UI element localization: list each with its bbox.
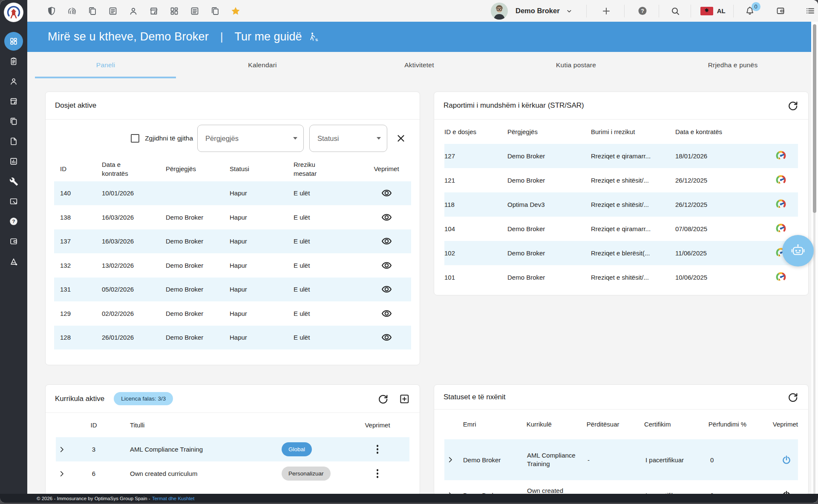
welcome-text: Mirë se u ktheve, Demo Broker (48, 30, 209, 43)
sidebar-item-reports[interactable] (4, 152, 23, 171)
tab-aktivitetet[interactable]: Aktivitetet (341, 52, 498, 78)
table-row[interactable]: 102Demo BrokerRreziqet e blerësit(...11/… (444, 241, 798, 265)
table-row[interactable]: 121Demo BrokerRreziqet e shitësit/...26/… (444, 168, 798, 192)
sidebar-item-dashboard[interactable] (4, 32, 23, 51)
table-row[interactable]: Demo Broker AML Compliance Training - I … (444, 439, 798, 480)
app-logo[interactable] (4, 3, 23, 22)
language-label[interactable]: AL (717, 7, 726, 14)
status-select[interactable]: Statusi (309, 125, 387, 152)
risk-gauge-icon[interactable] (775, 150, 787, 162)
table-row[interactable]: 118Optima Dev3Rreziqet e shitësit/...26/… (444, 192, 798, 217)
table-row[interactable]: 14010/01/2026HapurE ulët (54, 181, 411, 206)
guided-tour-link[interactable]: Tur me guidë (234, 30, 318, 43)
table-row[interactable]: 104Demo BrokerRreziqet e qiramarr...07/0… (444, 217, 798, 241)
shield-icon[interactable] (46, 6, 57, 16)
table-row[interactable]: 13105/02/2026Demo BrokerHapurE ulët (54, 278, 411, 302)
tabbar: Paneli Kalendari Aktivitetet Kutia posta… (27, 52, 811, 78)
table-row[interactable]: 12826/01/2026Demo BrokerHapurE ulët (54, 326, 411, 350)
terms-link[interactable]: Termat dhe Kushtet (152, 496, 195, 501)
user-name[interactable]: Demo Broker (516, 7, 560, 15)
refresh-icon[interactable] (377, 393, 389, 405)
sidebar-item-documents[interactable] (4, 132, 23, 151)
sidebar-item-screen[interactable] (4, 192, 23, 211)
table-row[interactable]: Demo Broker Own created curriculum - I p… (444, 480, 798, 495)
dashboard-icon[interactable] (169, 6, 179, 16)
wrench-icon (9, 177, 18, 186)
copyright-text: © 2026 - Immosurance by OptimaSys Group … (37, 496, 150, 501)
wallet-icon[interactable] (775, 6, 786, 16)
article-icon[interactable] (108, 6, 118, 16)
table-row[interactable]: 13213/02/2026Demo BrokerHapurE ulët (54, 253, 411, 278)
search-icon[interactable] (670, 6, 680, 16)
sidebar-item-wallet[interactable] (4, 232, 23, 251)
table-header: ID Data e kontratës Përgjegjës Statusi R… (54, 157, 411, 181)
clear-filters-icon[interactable] (395, 132, 407, 144)
sidebar-item-files[interactable] (4, 112, 23, 131)
sidebar-item-architecture[interactable] (4, 252, 23, 271)
table-row[interactable]: 13716/03/2026Demo BrokerHapurE ulët (54, 229, 411, 254)
responsible-select[interactable]: Përgjegjës (197, 125, 304, 152)
view-icon[interactable] (380, 332, 392, 344)
table-row[interactable]: 3 AML Compliance Training Global (56, 437, 409, 461)
table-row[interactable]: 101Demo BrokerRreziqet e shitësit/...10/… (444, 265, 798, 289)
walking-person-icon (307, 32, 318, 43)
storefront-icon[interactable] (149, 6, 159, 16)
table-row[interactable]: 6 Own created curriculum Personalizuar (56, 461, 409, 486)
sidebar-item-tools[interactable] (4, 172, 23, 191)
dashboard-icon (9, 37, 18, 46)
table-row[interactable]: 127Demo BrokerRreziqet e qiramarr...18/0… (444, 144, 798, 168)
divider (586, 5, 587, 17)
scrollbar-thumb[interactable] (813, 24, 816, 213)
tab-kalendari[interactable]: Kalendari (184, 52, 341, 78)
refresh-icon[interactable] (787, 100, 799, 112)
chatbot-button[interactable] (782, 235, 814, 266)
more-options-icon[interactable] (372, 444, 383, 455)
tab-paneli[interactable]: Paneli (27, 52, 184, 78)
help-icon[interactable]: ? (637, 6, 648, 16)
immosurance-logo-icon (5, 4, 22, 21)
view-icon[interactable] (380, 259, 392, 271)
risk-gauge-icon[interactable] (775, 199, 787, 211)
star-icon[interactable] (230, 6, 241, 16)
sidebar-item-clients[interactable] (4, 72, 23, 91)
chevron-down-icon[interactable] (564, 6, 574, 16)
copy-icon[interactable] (87, 6, 98, 16)
scrollbar (811, 22, 818, 495)
view-icon[interactable] (380, 284, 392, 295)
expand-row-icon[interactable] (444, 454, 456, 466)
avatar[interactable] (491, 3, 508, 20)
albania-flag-icon[interactable] (700, 7, 713, 15)
duplicate-icon[interactable] (210, 6, 220, 16)
refresh-icon[interactable] (787, 391, 799, 403)
sidebar-item-agency[interactable] (4, 92, 23, 111)
table-row[interactable]: 12902/02/2026Demo BrokerHapurE ulët (54, 301, 411, 326)
sidebar-item-help[interactable]: ? (4, 212, 23, 231)
expand-row-icon[interactable] (56, 444, 68, 455)
add-icon[interactable] (601, 6, 611, 16)
news-icon[interactable] (190, 6, 200, 16)
power-icon[interactable] (781, 454, 792, 466)
risk-gauge-icon[interactable] (775, 175, 787, 186)
view-icon[interactable] (380, 235, 392, 247)
fingerprint-icon[interactable] (67, 6, 77, 16)
view-icon[interactable] (380, 307, 392, 319)
tab-rrjedha-e-punes[interactable]: Rrjedha e punës (654, 52, 811, 78)
sidebar-item-assignments[interactable] (4, 52, 23, 71)
active-files-table: ID Data e kontratës Përgjegjës Statusi R… (46, 157, 420, 349)
table-row[interactable]: 13816/03/2026Demo BrokerHapurE ulët (54, 205, 411, 229)
expand-row-icon[interactable] (56, 468, 68, 480)
view-icon[interactable] (380, 187, 392, 199)
more-options-icon[interactable] (372, 468, 383, 480)
view-icon[interactable] (380, 211, 392, 223)
menu-list-icon[interactable] (805, 6, 815, 16)
person-icon[interactable] (128, 6, 138, 16)
robot-icon (790, 243, 806, 258)
risk-gauge-icon[interactable] (775, 223, 787, 235)
topbar-user-area: Demo Broker ? AL 0 (491, 0, 815, 22)
add-box-icon[interactable] (398, 393, 410, 405)
divider (624, 5, 625, 17)
curriculum-type-badge: Personalizuar (282, 467, 331, 481)
tab-kutia-postare[interactable]: Kutia postare (498, 52, 654, 78)
risk-gauge-icon[interactable] (775, 272, 787, 284)
select-all-checkbox[interactable] (131, 134, 139, 143)
